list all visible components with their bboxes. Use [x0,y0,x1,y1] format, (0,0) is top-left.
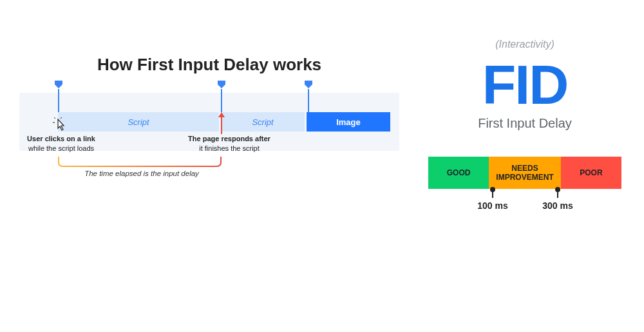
delay-caption: The time elapsed is the input delay [58,169,225,179]
fid-how-it-works-panel: How First Input Delay works Script Scrip… [19,55,399,151]
segment-image: Image [307,112,390,132]
segment-script-2: Script [221,112,305,132]
score-poor: POOR [561,157,621,189]
timeline-container: Script Script Image User clicks on a lin… [19,93,399,151]
threshold-tick-1 [492,189,493,198]
threshold-label-1: 100 ms [477,200,507,211]
annotation-user-click-sub: while the script loads [13,144,109,153]
score-bar: GOOD NEEDS IMPROVEMENT POOR 100 ms 300 m… [428,157,621,189]
response-arrow-icon [221,116,222,134]
metric-subtitle: First Input Delay [425,116,625,131]
fid-metric-panel: (Interactivity) FID First Input Delay GO… [425,39,625,189]
cursor-click-icon [53,117,67,135]
left-title: How First Input Delay works [19,55,399,75]
annotation-page-responds-bold: The page responds after [184,134,274,144]
threshold-label-2: 300 ms [542,200,573,211]
metric-overline: (Interactivity) [425,39,625,50]
segment-script-1: Script [58,112,219,132]
delay-bracket-icon [58,156,222,168]
annotation-user-click: User clicks on a link while the script l… [13,134,109,153]
annotation-page-responds: The page responds after it finishes the … [184,134,274,153]
score-needs-improvement: NEEDS IMPROVEMENT [489,157,561,189]
timeline-bar: Script Script Image [32,112,386,132]
metric-acronym: FID [425,57,625,112]
annotation-user-click-bold: User clicks on a link [13,134,109,144]
threshold-tick-2 [557,189,558,198]
annotation-page-responds-sub: it finishes the script [184,144,274,153]
score-good: GOOD [428,157,489,189]
